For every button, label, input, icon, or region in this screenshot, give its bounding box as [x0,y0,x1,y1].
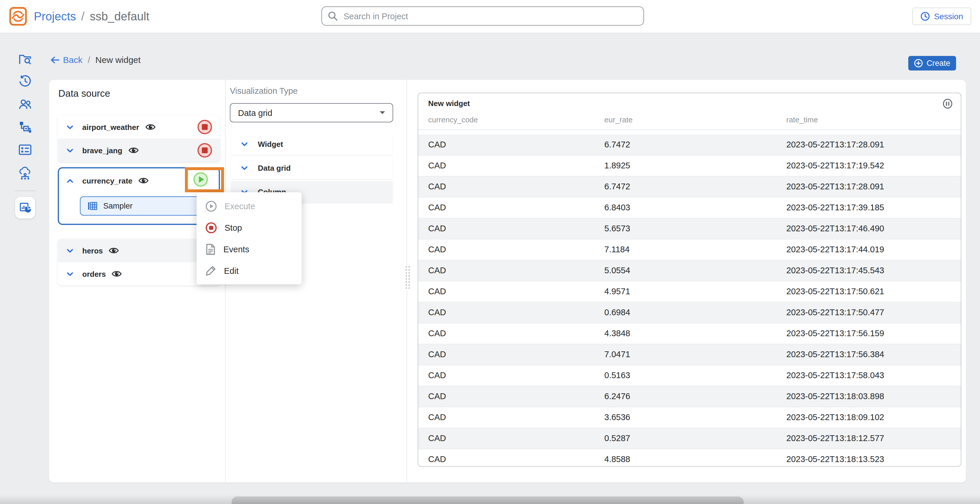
table-row: CAD 4.8588 2023-05-22T13:18:13.523 [418,449,961,467]
datasource-group: airport_weather brave_jang [58,116,220,162]
datasource-row-brave-jang[interactable]: brave_jang [58,139,220,162]
table-row: CAD 6.7472 2023-05-22T13:17:28.091 [418,176,961,198]
chevron-down-icon[interactable] [66,247,74,254]
dataset-name: currency_rate [82,176,132,185]
chart-widget-icon [18,201,32,214]
table-row: CAD 6.7472 2023-05-22T13:17:28.091 [418,135,961,155]
eye-icon[interactable] [112,270,122,278]
table-row: CAD 6.8403 2023-05-22T13:17:39.185 [418,198,961,219]
cell-rate-time: 2023-05-22T13:18:13.523 [786,455,884,464]
dataset-name: heros [82,246,103,255]
stop-button[interactable] [197,143,212,158]
sidebar-item-data-sources[interactable] [18,166,32,181]
cell-currency-code: CAD [428,224,446,233]
eye-icon[interactable] [138,176,149,185]
sidebar-item-dashboard-active[interactable] [15,197,35,219]
datasource-row-orders[interactable]: orders [58,262,220,285]
app-window: Projects / ssb_default Session [0,0,980,504]
chevron-down-icon[interactable] [240,140,248,148]
table-header-row: currency_code eur_rate rate_time [418,112,961,130]
table-row: CAD 4.9571 2023-05-22T13:17:50.621 [418,281,961,303]
session-label: Session [934,12,963,21]
dataset-name: orders [82,269,106,278]
table-row: CAD 7.1184 2023-05-22T13:17:44.019 [418,239,961,260]
cell-eur-rate: 5.0554 [605,266,630,275]
cell-currency-code: CAD [428,329,446,338]
dataset-name: airport_weather [82,123,139,132]
datasource-group: heros orders [58,239,220,285]
eye-icon[interactable] [145,123,156,131]
visualization-type-dropdown[interactable]: Data grid [230,103,393,122]
eye-icon[interactable] [109,246,119,255]
column-header[interactable]: rate_time [786,116,818,124]
pencil-icon [205,265,216,276]
resize-handle[interactable] [404,265,412,291]
cell-currency-code: CAD [428,391,446,401]
cell-currency-code: CAD [428,412,446,422]
cell-rate-time: 2023-05-22T13:17:39.185 [786,203,884,212]
breadcrumb-separator: / [88,55,90,65]
chevron-down-icon[interactable] [66,147,74,154]
sidebar-item-tables[interactable] [18,143,32,157]
section-data-grid[interactable]: Data grid [231,157,393,179]
cell-rate-time: 2023-05-22T13:17:19.542 [786,161,884,170]
table-row: CAD 3.6536 2023-05-22T13:18:09.102 [418,407,961,428]
cell-eur-rate: 3.6536 [605,412,630,422]
column-header[interactable]: currency_code [428,116,478,124]
menu-item-events[interactable]: Events [197,238,302,260]
cell-currency-code: CAD [428,371,446,380]
cell-rate-time: 2023-05-22T13:17:45.543 [786,266,884,275]
back-link[interactable]: Back [50,55,83,65]
table-row: CAD 0.5163 2023-05-22T13:17:58.043 [418,365,961,386]
document-icon [205,243,216,255]
cell-eur-rate: 1.8925 [605,161,630,170]
sidebar-item-users[interactable] [18,97,32,111]
menu-item-label: Stop [224,223,242,232]
chevron-down-icon[interactable] [66,123,74,131]
cell-currency-code: CAD [428,434,446,443]
sidebar-item-project-explorer[interactable] [18,52,32,67]
pause-circle-icon[interactable] [943,98,953,109]
section-widget[interactable]: Widget [231,133,393,155]
column-header[interactable]: eur_rate [605,116,633,124]
cell-currency-code: CAD [428,307,446,317]
menu-item-edit[interactable]: Edit [197,260,302,281]
top-bar: Projects / ssb_default Session [0,0,980,33]
cell-eur-rate: 0.6984 [605,307,630,317]
sidebar-item-history[interactable] [18,74,32,88]
datasource-title: Data source [58,88,110,99]
create-button[interactable]: Create [908,56,956,70]
menu-item-execute[interactable]: Execute [197,195,302,217]
eye-icon[interactable] [128,146,138,154]
session-button[interactable]: Session [912,8,971,25]
projects-link[interactable]: Projects [34,10,76,23]
datasource-row-airport-weather[interactable]: airport_weather [58,116,220,139]
cell-currency-code: CAD [428,245,446,254]
execute-button[interactable] [193,172,208,187]
sidebar-item-job-flow[interactable] [18,120,32,134]
arrow-left-icon [50,55,59,64]
search-input[interactable] [342,11,638,21]
chevron-down-icon[interactable] [240,164,248,172]
cell-rate-time: 2023-05-22T13:17:50.477 [786,307,884,317]
menu-item-label: Execute [224,201,255,211]
chevron-up-icon[interactable] [66,177,74,184]
table-row: CAD 0.5287 2023-05-22T13:18:12.577 [418,428,961,449]
project-name: ssb_default [90,10,150,23]
cell-eur-rate: 7.1184 [605,245,630,254]
table-row: CAD 0.6984 2023-05-22T13:17:50.477 [418,303,961,323]
cell-currency-code: CAD [428,287,446,296]
search-bar[interactable] [321,6,644,25]
cell-rate-time: 2023-05-22T13:17:56.384 [786,350,884,359]
chevron-down-icon[interactable] [66,270,74,277]
cell-rate-time: 2023-05-22T13:17:56.159 [786,329,884,338]
menu-item-label: Events [223,244,250,254]
cell-eur-rate: 4.3848 [605,329,630,338]
section-label: Widget [258,140,283,149]
plus-circle-icon [915,59,923,68]
stop-button[interactable] [197,119,212,135]
table-row: CAD 5.6573 2023-05-22T13:17:46.490 [418,219,961,239]
datasource-row-heros[interactable]: heros [58,239,220,262]
cell-rate-time: 2023-05-22T13:18:09.102 [786,412,884,422]
menu-item-stop[interactable]: Stop [197,217,302,238]
